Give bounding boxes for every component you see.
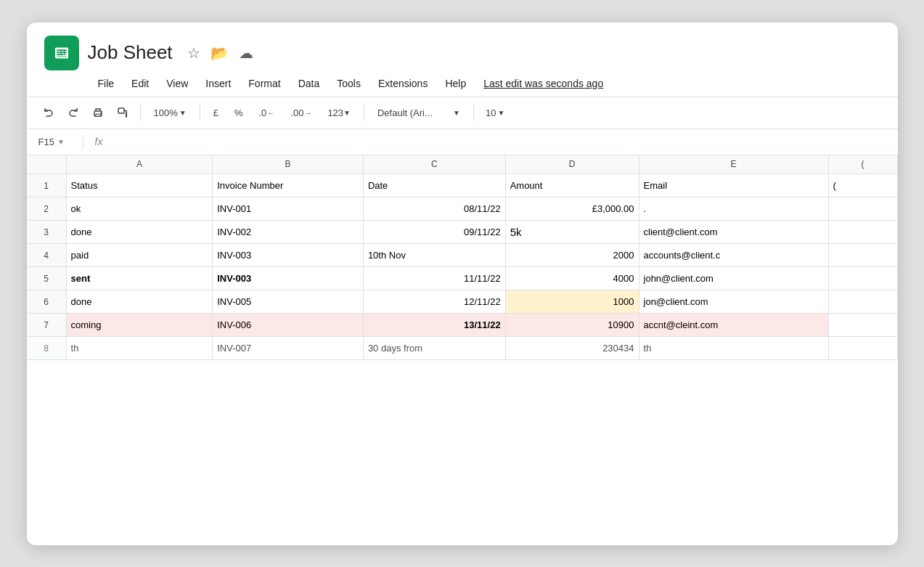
menu-edit[interactable]: Edit bbox=[124, 75, 156, 92]
cell-2e[interactable]: . bbox=[639, 197, 828, 221]
menu-help[interactable]: Help bbox=[438, 75, 473, 92]
table-row: 2 ok INV-001 08/11/22 £3,000.00 . bbox=[27, 197, 898, 221]
table-row: 7 coming INV-006 13/11/22 10900 accnt@cl… bbox=[27, 314, 898, 337]
decrease-decimal-button[interactable]: .0← bbox=[253, 106, 280, 120]
cell-4e[interactable]: accounts@client.c bbox=[639, 244, 828, 267]
cloud-icon[interactable]: ☁ bbox=[239, 44, 253, 62]
cell-4c[interactable]: 10th Nov bbox=[363, 244, 505, 267]
cell-8f[interactable] bbox=[828, 337, 897, 360]
zoom-selector[interactable]: 100% ▼ bbox=[148, 106, 192, 120]
cell-5a[interactable]: sent bbox=[66, 267, 213, 290]
cell-ref-dropdown-icon: ▼ bbox=[57, 138, 65, 146]
col-header-row-num bbox=[27, 155, 67, 174]
cell-2a[interactable]: ok bbox=[66, 197, 213, 221]
cell-6e[interactable]: jon@client.com bbox=[639, 290, 828, 314]
cell-7f[interactable] bbox=[828, 314, 897, 337]
cell-2d[interactable]: £3,000.00 bbox=[505, 197, 639, 221]
menu-view[interactable]: View bbox=[159, 75, 195, 92]
row-num-4: 4 bbox=[27, 244, 67, 267]
cell-6a[interactable]: done bbox=[66, 290, 213, 314]
table-row: 4 paid INV-003 10th Nov 2000 accounts@cl… bbox=[27, 244, 898, 267]
redo-button[interactable] bbox=[63, 102, 83, 123]
cell-3e[interactable]: client@client.com bbox=[639, 221, 828, 244]
cell-7e[interactable]: accnt@cleint.com bbox=[639, 314, 828, 337]
table-row: 8 th INV-007 30 days from 230434 th bbox=[27, 337, 898, 360]
col-header-c[interactable]: C bbox=[363, 155, 505, 174]
cell-8a[interactable]: th bbox=[66, 337, 213, 360]
font-size-selector[interactable]: 10 ▼ bbox=[481, 106, 509, 120]
cell-6b[interactable]: INV-005 bbox=[213, 290, 364, 314]
cell-8b[interactable]: INV-007 bbox=[213, 337, 364, 360]
cell-6f[interactable] bbox=[828, 290, 897, 314]
svg-rect-14 bbox=[118, 108, 124, 113]
row-num-5: 5 bbox=[27, 267, 67, 290]
cell-7d[interactable]: 10900 bbox=[505, 314, 639, 337]
move-icon[interactable]: 📂 bbox=[210, 44, 229, 62]
cell-6d[interactable]: 1000 bbox=[505, 290, 639, 314]
paint-format-button[interactable] bbox=[113, 102, 133, 123]
row-num-8: 8 bbox=[27, 337, 67, 360]
menu-insert[interactable]: Insert bbox=[198, 75, 238, 92]
formula-input[interactable] bbox=[114, 136, 891, 147]
menu-extensions[interactable]: Extensions bbox=[371, 75, 435, 92]
col-header-f[interactable]: ( bbox=[828, 155, 897, 174]
cell-8d[interactable]: 230434 bbox=[505, 337, 639, 360]
print-button[interactable] bbox=[88, 102, 108, 123]
currency-button[interactable]: £ bbox=[208, 106, 224, 120]
cell-1c[interactable]: Date bbox=[363, 174, 505, 197]
cell-8e[interactable]: th bbox=[639, 337, 828, 360]
cell-3c[interactable]: 09/11/22 bbox=[363, 221, 505, 244]
cell-8c[interactable]: 30 days from bbox=[363, 337, 505, 360]
percent-button[interactable]: % bbox=[229, 106, 249, 120]
menu-last-edit[interactable]: Last edit was seconds ago bbox=[476, 75, 610, 92]
title-bar: Job Sheet ☆ 📂 ☁ bbox=[27, 23, 898, 73]
col-header-e[interactable]: E bbox=[639, 155, 828, 174]
cell-1f[interactable]: ( bbox=[828, 174, 897, 197]
cell-2c[interactable]: 08/11/22 bbox=[363, 197, 505, 221]
undo-button[interactable] bbox=[38, 102, 59, 123]
increase-decimal-button[interactable]: .00→ bbox=[285, 106, 317, 120]
row-num-3: 3 bbox=[27, 221, 67, 244]
cell-5e[interactable]: john@client.com bbox=[639, 267, 828, 290]
number-format-button[interactable]: 123 ▼ bbox=[322, 106, 356, 120]
cell-5f[interactable] bbox=[828, 267, 897, 290]
font-dropdown-icon: ▼ bbox=[453, 109, 460, 117]
font-size-dropdown-icon: ▼ bbox=[497, 109, 504, 117]
cell-1d[interactable]: Amount bbox=[505, 174, 639, 197]
cell-2b[interactable]: INV-001 bbox=[213, 197, 364, 221]
cell-2f[interactable] bbox=[828, 197, 897, 221]
cell-5c[interactable]: 11/11/22 bbox=[363, 267, 505, 290]
cell-7b[interactable]: INV-006 bbox=[213, 314, 364, 337]
cell-3b[interactable]: INV-002 bbox=[213, 221, 364, 244]
cell-6c[interactable]: 12/11/22 bbox=[363, 290, 505, 314]
col-header-a[interactable]: A bbox=[66, 155, 213, 174]
table-row: 3 done INV-002 09/11/22 5k client@client… bbox=[27, 221, 898, 244]
cell-1e[interactable]: Email bbox=[639, 174, 828, 197]
cell-5d[interactable]: 4000 bbox=[505, 267, 639, 290]
col-header-d[interactable]: D bbox=[505, 155, 639, 174]
cell-3f[interactable] bbox=[828, 221, 897, 244]
google-sheets-window: Job Sheet ☆ 📂 ☁ File Edit View Insert Fo… bbox=[27, 23, 898, 545]
menu-format[interactable]: Format bbox=[241, 75, 287, 92]
cell-3d[interactable]: 5k bbox=[505, 221, 639, 244]
cell-4b[interactable]: INV-003 bbox=[213, 244, 364, 267]
cell-4f[interactable] bbox=[828, 244, 897, 267]
cell-reference[interactable]: F15 ▼ bbox=[33, 135, 83, 149]
col-header-b[interactable]: B bbox=[213, 155, 364, 174]
cell-3a[interactable]: done bbox=[66, 221, 213, 244]
font-selector[interactable]: Default (Ari... ▼ bbox=[372, 106, 466, 120]
menu-file[interactable]: File bbox=[91, 75, 122, 92]
cell-5b[interactable]: INV-003 bbox=[213, 267, 364, 290]
menu-data[interactable]: Data bbox=[291, 75, 327, 92]
cell-1b[interactable]: Invoice Number bbox=[213, 174, 364, 197]
cell-4a[interactable]: paid bbox=[66, 244, 213, 267]
cell-7a[interactable]: coming bbox=[66, 314, 213, 337]
cell-7c[interactable]: 13/11/22 bbox=[363, 314, 505, 337]
star-icon[interactable]: ☆ bbox=[187, 44, 200, 62]
document-title: Job Sheet bbox=[88, 41, 173, 64]
cell-1a[interactable]: Status bbox=[66, 174, 213, 197]
row-num-6: 6 bbox=[27, 290, 67, 314]
cell-4d[interactable]: 2000 bbox=[505, 244, 639, 267]
menu-tools[interactable]: Tools bbox=[330, 75, 368, 92]
table-row: 1 Status Invoice Number Date Amount Emai… bbox=[27, 174, 898, 197]
